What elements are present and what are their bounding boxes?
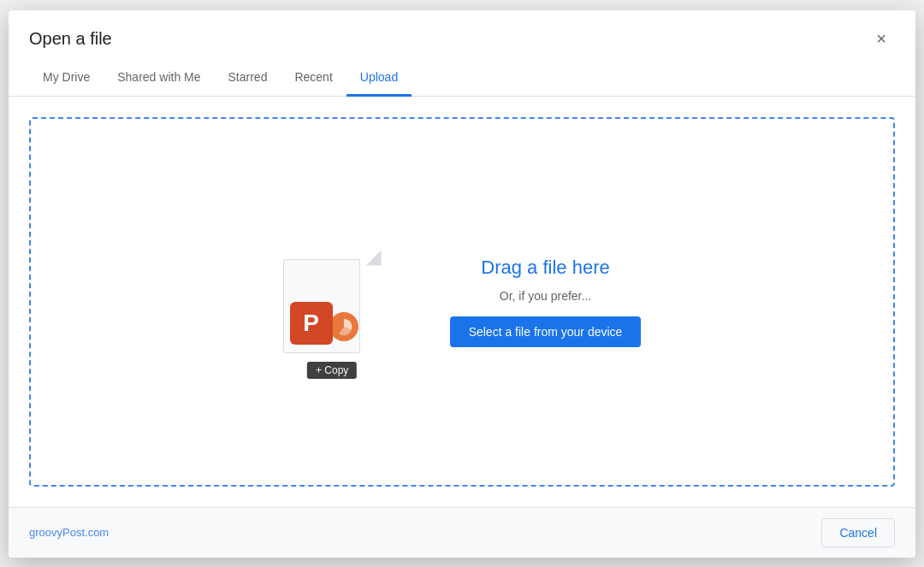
drop-zone[interactable]: P + Copy	[29, 117, 895, 487]
copy-tooltip: + Copy	[307, 362, 357, 379]
file-corner-decoration	[366, 251, 382, 266]
dialog-header: Open a file ×	[9, 10, 915, 53]
drag-text: Drag a file here	[450, 257, 642, 279]
ppt-chart-icon	[329, 312, 358, 341]
dialog-body: P + Copy	[9, 97, 915, 507]
file-icon: P	[283, 251, 382, 353]
tab-recent[interactable]: Recent	[281, 60, 346, 97]
drop-text-area: Drag a file here Or, if you prefer... Se…	[450, 257, 642, 347]
cancel-button[interactable]: Cancel	[821, 518, 895, 547]
or-text: Or, if you prefer...	[450, 289, 642, 303]
tab-shared-with-me[interactable]: Shared with Me	[104, 60, 214, 97]
watermark: groovyPost.com	[29, 526, 821, 539]
drop-zone-inner: P + Copy	[283, 251, 642, 353]
open-file-dialog: Open a file × My Drive Shared with Me St…	[9, 10, 915, 558]
dialog-title: Open a file	[29, 29, 112, 49]
file-icon-wrapper: P + Copy	[283, 251, 382, 353]
tab-my-drive[interactable]: My Drive	[29, 60, 104, 97]
watermark-text: groovyPost.com	[29, 526, 109, 539]
close-button[interactable]: ×	[868, 26, 895, 53]
select-file-button[interactable]: Select a file from your device	[450, 316, 642, 347]
ppt-p-letter: P	[290, 302, 333, 345]
tab-starred[interactable]: Starred	[215, 60, 281, 97]
tabs-bar: My Drive Shared with Me Starred Recent U…	[9, 60, 915, 97]
dialog-footer: groovyPost.com Cancel	[9, 507, 915, 558]
chart-svg	[335, 317, 353, 336]
tab-upload[interactable]: Upload	[346, 60, 412, 97]
powerpoint-icon: P	[290, 302, 358, 345]
